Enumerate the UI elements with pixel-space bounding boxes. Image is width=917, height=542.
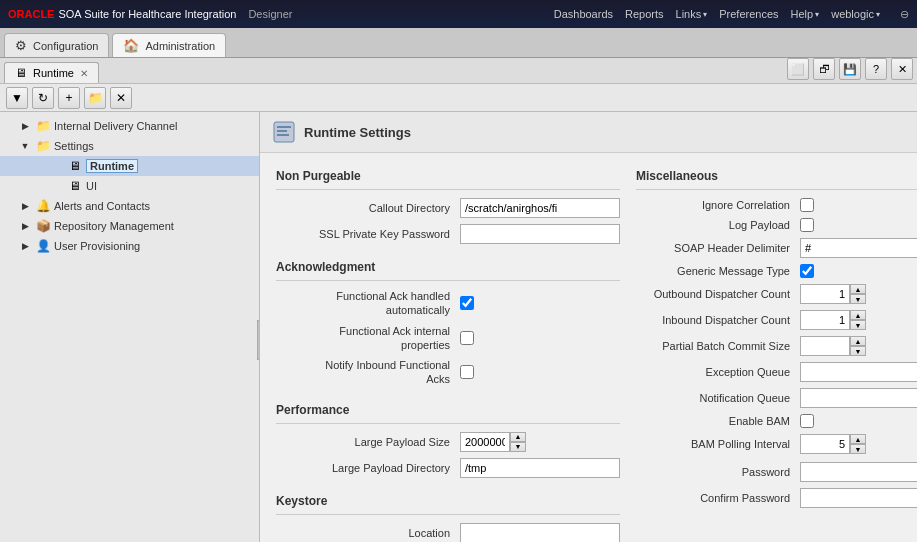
main-layout: ▶ 📁 Internal Delivery Channel ▼ 📁 Settin…: [0, 112, 917, 542]
bam-polling-input[interactable]: [800, 434, 850, 454]
folder-icon-internal-delivery: 📁: [35, 118, 51, 134]
confirm-password-input[interactable]: [800, 488, 917, 508]
tab-configuration[interactable]: ⚙ Configuration: [4, 33, 109, 57]
top-nav-bar: ORACLE SOA Suite for Healthcare Integrat…: [0, 0, 917, 28]
partial-batch-spinner: ▲ ▼: [800, 336, 866, 356]
large-payload-dir-input[interactable]: [460, 458, 620, 478]
inbound-dispatcher-input[interactable]: [800, 310, 850, 330]
outbound-increment-btn[interactable]: ▲: [850, 284, 866, 294]
folder-button[interactable]: 📁: [84, 87, 106, 109]
generic-message-label: Generic Message Type: [636, 265, 796, 277]
callout-directory-input[interactable]: [460, 198, 620, 218]
runtime-settings-icon: [272, 120, 296, 144]
outbound-dispatcher-row: Outbound Dispatcher Count ▲ ▼: [636, 284, 917, 304]
generic-message-checkbox[interactable]: [800, 264, 814, 278]
large-payload-dir-label: Large Payload Directory: [276, 462, 456, 474]
functional-ack-internal-checkbox[interactable]: [460, 331, 474, 345]
sidebar-item-alerts-contacts[interactable]: ▶ 🔔 Alerts and Contacts: [0, 196, 259, 216]
notification-queue-row: Notification Queue ▾: [636, 388, 917, 408]
exception-queue-row: Exception Queue ▾: [636, 362, 917, 382]
secondary-tab-bar: 🖥 Runtime ✕ ⬜ 🗗 💾 ? ✕: [0, 58, 917, 84]
expander-repo[interactable]: ▶: [18, 219, 32, 233]
close-content-button[interactable]: ✕: [891, 58, 913, 80]
refresh-button[interactable]: ↻: [32, 87, 54, 109]
large-payload-increment-btn[interactable]: ▲: [510, 432, 526, 442]
content-area: Runtime Settings Non Purgeable Callout D…: [260, 112, 917, 542]
inbound-dispatcher-btns: ▲ ▼: [850, 310, 866, 330]
filter-button[interactable]: ▼: [6, 87, 28, 109]
expander-settings[interactable]: ▼: [18, 139, 32, 153]
notification-queue-control: ▾: [800, 388, 917, 408]
performance-header: Performance: [276, 395, 620, 424]
enable-bam-checkbox[interactable]: [800, 414, 814, 428]
partial-batch-increment-btn[interactable]: ▲: [850, 336, 866, 346]
functional-ack-checkbox[interactable]: [460, 296, 474, 310]
outbound-decrement-btn[interactable]: ▼: [850, 294, 866, 304]
partial-batch-decrement-btn[interactable]: ▼: [850, 346, 866, 356]
runtime-tab-close-icon[interactable]: ✕: [80, 68, 88, 79]
add-button[interactable]: +: [58, 87, 80, 109]
large-payload-decrement-btn[interactable]: ▼: [510, 442, 526, 452]
save-button[interactable]: 💾: [839, 58, 861, 80]
inbound-dispatcher-spinner: ▲ ▼: [800, 310, 866, 330]
delete-button[interactable]: ✕: [110, 87, 132, 109]
sidebar-item-ui[interactable]: 🖥 UI: [0, 176, 259, 196]
tab-administration[interactable]: 🏠 Administration: [112, 33, 226, 57]
help-button[interactable]: ?: [865, 58, 887, 80]
soap-delimiter-label: SOAP Header Delimiter: [636, 242, 796, 254]
confirm-password-row: Confirm Password: [636, 488, 917, 508]
ui-icon: 🖥: [67, 178, 83, 194]
sidebar-item-internal-delivery-channel[interactable]: ▶ 📁 Internal Delivery Channel: [0, 116, 259, 136]
inbound-dispatcher-row: Inbound Dispatcher Count ▲ ▼: [636, 310, 917, 330]
notify-inbound-checkbox[interactable]: [460, 365, 474, 379]
restore-button[interactable]: 🗗: [813, 58, 835, 80]
inbound-increment-btn[interactable]: ▲: [850, 310, 866, 320]
notification-queue-label: Notification Queue: [636, 392, 796, 404]
runtime-tab[interactable]: 🖥 Runtime ✕: [4, 62, 99, 83]
help-dropdown[interactable]: Help ▾: [791, 8, 820, 20]
bam-polling-spinner: ▲ ▼: [800, 434, 866, 454]
outbound-dispatcher-input[interactable]: [800, 284, 850, 304]
expander-user[interactable]: ▶: [18, 239, 32, 253]
miscellaneous-header: Miscellaneous: [636, 161, 917, 190]
partial-batch-row: Partial Batch Commit Size ▲ ▼: [636, 336, 917, 356]
sidebar-item-repository-management[interactable]: ▶ 📦 Repository Management: [0, 216, 259, 236]
keystore-location-input[interactable]: [460, 523, 620, 542]
svg-rect-3: [277, 134, 289, 136]
dashboards-link[interactable]: Dashboards: [554, 8, 613, 20]
expander-alerts[interactable]: ▶: [18, 199, 32, 213]
large-payload-size-input[interactable]: [460, 432, 510, 452]
sidebar-item-runtime[interactable]: 🖥 Runtime: [0, 156, 259, 176]
bam-polling-increment-btn[interactable]: ▲: [850, 434, 866, 444]
sidebar-item-settings[interactable]: ▼ 📁 Settings: [0, 136, 259, 156]
folder-icon-settings: 📁: [35, 138, 51, 154]
partial-batch-input[interactable]: [800, 336, 850, 356]
help-chevron-icon: ▾: [815, 10, 819, 19]
notification-queue-input[interactable]: [800, 388, 917, 408]
expander-internal-delivery[interactable]: ▶: [18, 119, 32, 133]
ssl-key-input[interactable]: [460, 224, 620, 244]
links-dropdown[interactable]: Links ▾: [676, 8, 708, 20]
exception-queue-input[interactable]: [800, 362, 917, 382]
sidebar-item-user-provisioning[interactable]: ▶ 👤 User Provisioning: [0, 236, 259, 256]
oracle-logo: ORACLE: [8, 8, 54, 20]
bam-polling-decrement-btn[interactable]: ▼: [850, 444, 866, 454]
user-dropdown[interactable]: weblogic ▾: [831, 8, 880, 20]
runtime-icon: 🖥: [67, 158, 83, 174]
large-payload-dir-row: Large Payload Directory: [276, 458, 620, 478]
ignore-correlation-checkbox[interactable]: [800, 198, 814, 212]
window-close-icon[interactable]: ⊖: [900, 8, 909, 21]
soap-delimiter-input[interactable]: [800, 238, 917, 258]
preferences-link[interactable]: Preferences: [719, 8, 778, 20]
functional-ack-row: Functional Ack handledautomatically: [276, 289, 620, 318]
nav-links: Dashboards Reports Links ▾ Preferences H…: [554, 8, 909, 21]
log-payload-checkbox[interactable]: [800, 218, 814, 232]
bam-polling-label: BAM Polling Interval: [636, 438, 796, 450]
reports-link[interactable]: Reports: [625, 8, 664, 20]
maximize-button[interactable]: ⬜: [787, 58, 809, 80]
sidebar-collapse-button[interactable]: ◀: [257, 320, 260, 360]
designer-label: Designer: [248, 8, 292, 20]
password-input[interactable]: [800, 462, 917, 482]
toolbar: ▼ ↻ + 📁 ✕: [0, 84, 917, 112]
inbound-decrement-btn[interactable]: ▼: [850, 320, 866, 330]
